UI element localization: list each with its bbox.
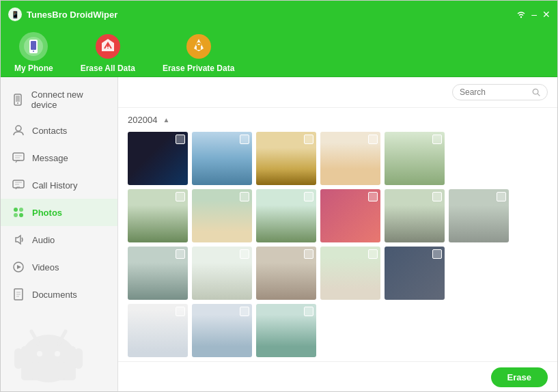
svg-point-14 [17,102,18,104]
svg-point-9 [107,47,109,48]
svg-point-23 [19,208,23,212]
sidebar-label-connect: Connect new device [31,89,107,110]
photo-thumb-16[interactable] [385,247,445,300]
minimize-button[interactable]: – [531,10,537,19]
content-header [118,77,557,108]
svg-rect-16 [13,153,24,160]
photo-thumb-3[interactable] [256,132,316,185]
photo-checkbox-6[interactable] [176,192,185,201]
titlebar: 📱 TunesBro DroidWiper – ✕ [1,1,557,28]
svg-rect-37 [57,362,66,379]
svg-rect-11 [197,45,201,50]
photo-checkbox-13[interactable] [240,249,249,259]
audio-icon [12,233,25,247]
bottom-bar: Erase [118,361,557,392]
photo-grid-row2 [128,189,548,242]
close-button[interactable]: ✕ [542,10,550,19]
search-box[interactable] [452,84,548,100]
nav-erase-all-label: Erase All Data [81,64,135,73]
photo-checkbox-12[interactable] [176,249,185,259]
photo-thumb-10[interactable] [385,189,445,242]
contacts-icon [12,124,25,137]
photo-thumb-14[interactable] [256,247,316,300]
message-icon [12,151,25,165]
photo-thumb-18[interactable] [192,304,252,357]
svg-rect-5 [31,41,36,50]
erase-button[interactable]: Erase [491,367,548,387]
photo-grid-row4 [128,304,548,357]
photo-thumb-15[interactable] [320,247,380,300]
nav-erase-all[interactable]: Erase All Data [81,32,135,73]
sidebar-label-audio: Audio [32,235,55,245]
photo-thumb-7[interactable] [192,189,252,242]
erase-all-icon-wrap [94,32,122,61]
photo-checkbox-15[interactable] [368,249,378,259]
svg-point-25 [19,213,23,217]
titlebar-left: 📱 TunesBro DroidWiper [8,7,117,22]
photo-checkbox-1[interactable] [176,135,185,144]
photo-thumb-11[interactable] [449,189,509,242]
svg-rect-36 [31,362,40,379]
nav-erase-private[interactable]: Erase Private Data [163,32,234,73]
sidebar-item-connect[interactable]: Connect new device [1,83,117,117]
nav-my-phone[interactable]: My Phone [14,32,53,73]
sidebar-item-message[interactable]: Message [1,144,117,171]
window-controls: – ✕ [516,10,550,19]
photo-thumb-12[interactable] [128,247,188,300]
photo-checkbox-2[interactable] [240,135,249,144]
date-group-label: 202004 [128,115,157,125]
photo-checkbox-3[interactable] [304,135,313,144]
videos-icon [12,260,25,274]
sidebar-item-call-history[interactable]: Call History [1,171,117,199]
svg-point-6 [33,51,34,52]
photo-checkbox-11[interactable] [497,192,506,201]
photos-icon [12,206,25,219]
photo-thumb-2[interactable] [192,132,252,185]
photo-thumb-13[interactable] [192,247,252,300]
nav-my-phone-label: My Phone [14,64,53,73]
photo-checkbox-9[interactable] [368,192,378,201]
photo-checkbox-4[interactable] [368,135,378,144]
photo-thumb-8[interactable] [256,189,316,242]
android-watermark [1,297,96,392]
photo-thumb-1[interactable] [128,132,188,185]
date-collapse-arrow[interactable]: ▲ [163,116,169,124]
photo-checkbox-8[interactable] [304,192,313,201]
photo-checkbox-10[interactable] [432,192,442,201]
photo-thumb-9[interactable] [320,189,380,242]
app-title: TunesBro DroidWiper [27,10,117,20]
photo-thumb-5[interactable] [385,132,445,185]
svg-line-43 [538,94,540,96]
search-input[interactable] [460,87,528,97]
photo-thumb-6[interactable] [128,189,188,242]
nav-erase-private-label: Erase Private Data [163,64,234,73]
erase-private-icon [186,33,212,59]
sidebar-item-audio[interactable]: Audio [1,226,117,253]
photo-thumb-17[interactable] [128,304,188,357]
photo-checkbox-18[interactable] [240,307,249,316]
svg-point-22 [14,208,18,212]
sidebar-item-videos[interactable]: Videos [1,253,117,281]
sidebar-label-videos: Videos [32,262,59,272]
sidebar-item-photos[interactable]: Photos [1,199,117,226]
photo-checkbox-17[interactable] [176,307,185,316]
photo-checkbox-16[interactable] [432,249,442,259]
wifi-icon [516,10,526,19]
sidebar-item-contacts[interactable]: Contacts [1,117,117,144]
search-icon [532,87,540,97]
photo-checkbox-7[interactable] [240,192,249,201]
photo-grid-row3 [128,247,548,300]
photo-thumb-4[interactable] [320,132,380,185]
connect-icon [12,93,25,107]
sidebar-label-photos: Photos [32,208,62,218]
photo-checkbox-19[interactable] [304,307,313,316]
sidebar-label-call-history: Call History [32,180,77,191]
photo-checkbox-14[interactable] [304,249,313,259]
svg-point-41 [55,351,60,356]
photo-thumb-19[interactable] [256,304,316,357]
svg-text:📱: 📱 [11,10,20,19]
date-header: 202004 ▲ [128,115,548,125]
photo-checkbox-5[interactable] [432,135,442,144]
svg-rect-35 [74,348,83,369]
svg-point-40 [37,351,42,356]
